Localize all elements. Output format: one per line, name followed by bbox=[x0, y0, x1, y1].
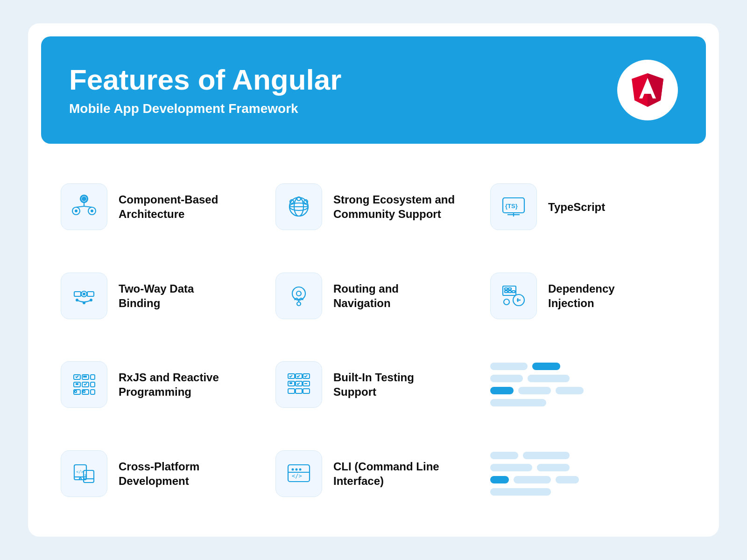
svg-rect-52 bbox=[83, 391, 85, 392]
bar-12 bbox=[556, 476, 579, 483]
component-icon bbox=[70, 193, 98, 220]
svg-point-30 bbox=[76, 299, 78, 301]
bar-row-8 bbox=[490, 488, 686, 496]
bar-6 bbox=[490, 399, 546, 406]
bar-7 bbox=[490, 452, 518, 459]
bar-2 bbox=[490, 375, 523, 382]
bar-13 bbox=[490, 488, 551, 496]
svg-point-67 bbox=[79, 478, 81, 480]
svg-point-32 bbox=[83, 301, 85, 304]
svg-rect-42 bbox=[512, 291, 515, 293]
main-card: Features of Angular Mobile App Developme… bbox=[28, 23, 719, 537]
svg-rect-48 bbox=[75, 391, 77, 392]
svg-point-35 bbox=[297, 302, 301, 306]
svg-text:</>: </> bbox=[76, 469, 84, 474]
bar-row-2 bbox=[490, 375, 686, 382]
decorative-bars-1 bbox=[481, 340, 696, 429]
feature-dependency: DependencyInjection bbox=[481, 252, 696, 341]
svg-line-11 bbox=[76, 206, 84, 207]
feature-testing: Built-In TestingSupport bbox=[266, 340, 481, 429]
header-banner: Features of Angular Mobile App Developme… bbox=[41, 36, 706, 144]
svg-point-31 bbox=[90, 299, 92, 301]
crossplatform-icon-box: % </> bbox=[61, 450, 107, 497]
routing-icon bbox=[285, 282, 312, 309]
databinding-icon bbox=[70, 282, 98, 309]
bar-row-5 bbox=[490, 452, 686, 459]
svg-point-33 bbox=[292, 287, 305, 300]
dependency-icon-box bbox=[490, 273, 537, 319]
svg-rect-62 bbox=[288, 389, 295, 393]
feature-component-based: Component-BasedArchitecture bbox=[51, 162, 266, 252]
dependency-icon bbox=[500, 282, 527, 309]
bar-1 bbox=[490, 363, 528, 370]
svg-point-8 bbox=[75, 210, 78, 212]
bar-row-6 bbox=[490, 464, 686, 471]
svg-rect-55 bbox=[91, 390, 95, 394]
svg-rect-53 bbox=[91, 375, 95, 379]
dependency-label: DependencyInjection bbox=[548, 281, 615, 310]
bar-row-3 bbox=[490, 387, 686, 394]
cli-label: CLI (Command LineInterface) bbox=[333, 459, 439, 488]
testing-label: Built-In TestingSupport bbox=[333, 370, 414, 399]
svg-point-75 bbox=[299, 468, 302, 470]
svg-rect-39 bbox=[508, 288, 511, 290]
angular-logo bbox=[617, 60, 678, 120]
svg-text:{TS}: {TS} bbox=[505, 203, 518, 210]
page-subtitle: Mobile App Development Framework bbox=[69, 101, 341, 116]
component-based-label: Component-BasedArchitecture bbox=[119, 192, 218, 221]
routing-icon-box bbox=[275, 273, 322, 319]
header-text: Features of Angular Mobile App Developme… bbox=[69, 64, 341, 116]
typescript-icon: {TS} bbox=[500, 193, 527, 220]
crossplatform-icon: % </> bbox=[70, 460, 98, 487]
bar-4 bbox=[518, 387, 551, 394]
feature-rxjs: RxJS and ReactiveProgramming bbox=[51, 340, 266, 429]
svg-rect-26 bbox=[74, 292, 81, 296]
svg-point-9 bbox=[91, 210, 93, 212]
testing-icon-box bbox=[275, 361, 322, 408]
feature-cross-platform: % </> Cross-PlatformDevelopment bbox=[51, 429, 266, 518]
typescript-icon-box: {TS} bbox=[490, 183, 537, 230]
feature-two-way: Two-Way DataBinding bbox=[51, 252, 266, 341]
strong-ecosystem-label: Strong Ecosystem andCommunity Support bbox=[333, 192, 455, 221]
ecosystem-icon-box bbox=[275, 183, 322, 230]
svg-rect-54 bbox=[91, 382, 95, 387]
bar-accent-1 bbox=[532, 363, 560, 370]
svg-rect-41 bbox=[508, 291, 511, 293]
svg-rect-63 bbox=[296, 389, 302, 393]
bar-11 bbox=[514, 476, 551, 483]
bar-9 bbox=[490, 464, 532, 471]
svg-point-44 bbox=[504, 299, 509, 305]
page-title: Features of Angular bbox=[69, 64, 341, 96]
bar-accent-2 bbox=[490, 387, 514, 394]
bar-row-1 bbox=[490, 363, 686, 370]
rxjs-label: RxJS and ReactiveProgramming bbox=[119, 370, 219, 399]
feature-strong-ecosystem: Strong Ecosystem andCommunity Support bbox=[266, 162, 481, 252]
feature-routing: Routing andNavigation bbox=[266, 252, 481, 341]
feature-cli: </> CLI (Command LineInterface) bbox=[266, 429, 481, 518]
bar-3 bbox=[528, 375, 570, 382]
svg-text:</>: </> bbox=[292, 473, 302, 479]
typescript-label: TypeScript bbox=[548, 200, 605, 214]
svg-line-12 bbox=[84, 206, 92, 207]
two-way-label: Two-Way DataBinding bbox=[119, 281, 194, 310]
svg-rect-64 bbox=[303, 389, 310, 393]
bar-5 bbox=[556, 387, 584, 394]
testing-icon bbox=[285, 371, 312, 398]
features-grid: Component-BasedArchitecture Strong Ecosy… bbox=[28, 144, 719, 537]
bar-8 bbox=[523, 452, 570, 459]
bar-accent-3 bbox=[490, 476, 509, 483]
rxjs-icon-box bbox=[61, 361, 107, 408]
cli-icon: </> bbox=[285, 460, 312, 487]
bar-row-7 bbox=[490, 476, 686, 483]
svg-text:%: % bbox=[85, 473, 87, 478]
routing-label: Routing andNavigation bbox=[333, 281, 399, 310]
svg-point-74 bbox=[296, 468, 298, 470]
decorative-bars-2 bbox=[481, 429, 696, 518]
svg-rect-38 bbox=[505, 288, 507, 290]
bar-row-4 bbox=[490, 399, 686, 406]
feature-typescript: {TS} TypeScript bbox=[481, 162, 696, 252]
bar-10 bbox=[537, 464, 570, 471]
svg-point-73 bbox=[292, 468, 294, 470]
angular-logo-icon bbox=[629, 71, 666, 109]
cross-platform-label: Cross-PlatformDevelopment bbox=[119, 459, 199, 488]
